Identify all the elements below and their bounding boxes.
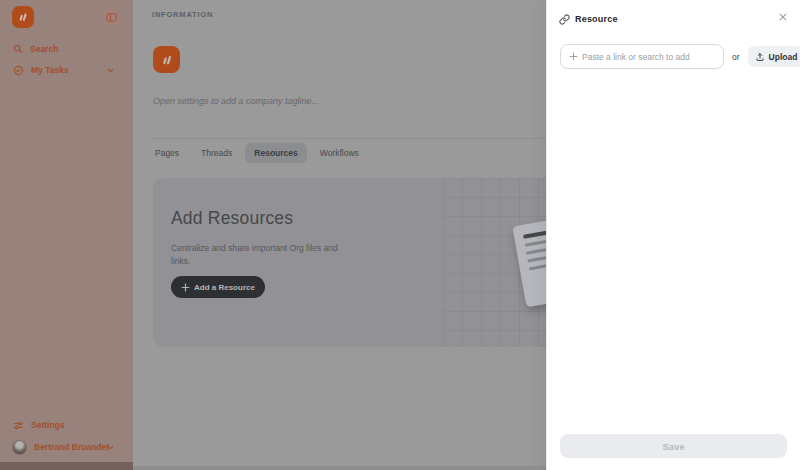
- user-avatar: [12, 440, 27, 455]
- user-menu-chevron[interactable]: [106, 443, 115, 452]
- sidebar-bottom-shadow: [0, 462, 133, 470]
- sidebar-item-search[interactable]: Search: [13, 42, 58, 56]
- plus-icon: [181, 283, 190, 292]
- settings-label: Settings: [31, 420, 65, 430]
- link-icon: [559, 14, 570, 25]
- upload-button[interactable]: Upload: [748, 46, 800, 67]
- add-resource-button-label: Add a Resource: [194, 283, 255, 292]
- tab-bar: Pages Threads Resources Workflows: [146, 143, 368, 163]
- my-tasks-chevron[interactable]: [106, 66, 115, 75]
- sidebar: Search My Tasks Settings: [0, 0, 133, 470]
- chevron-down-icon: [106, 66, 115, 75]
- add-resource-button[interactable]: Add a Resource: [171, 276, 265, 298]
- sidebar-item-settings[interactable]: Settings: [13, 418, 65, 432]
- search-label: Search: [30, 44, 58, 54]
- drawer-title: Resource: [575, 14, 618, 24]
- section-label: INFORMATION: [152, 10, 213, 19]
- card-description: Centralize and share important Org files…: [171, 242, 338, 268]
- company-tagline-placeholder[interactable]: Open settings to add a company tagline..…: [153, 96, 319, 106]
- drawer-header: Resource: [559, 11, 788, 27]
- link-input-row: or Upload: [560, 44, 787, 69]
- check-circle-icon: [13, 65, 24, 76]
- tab-resources[interactable]: Resources: [245, 143, 306, 163]
- save-button[interactable]: Save: [560, 434, 787, 458]
- resource-link-input[interactable]: [582, 52, 715, 62]
- or-label: or: [732, 52, 740, 62]
- card-title: Add Resources: [171, 208, 293, 229]
- upload-button-label: Upload: [769, 52, 798, 62]
- brand-logo-icon: [159, 52, 175, 68]
- tab-workflows[interactable]: Workflows: [311, 143, 368, 163]
- link-input-container[interactable]: [560, 44, 724, 69]
- sidebar-item-my-tasks[interactable]: My Tasks: [13, 63, 69, 77]
- search-icon: [13, 44, 23, 54]
- user-menu[interactable]: Bertrand Bruandet: [12, 440, 109, 454]
- app-logo[interactable]: [12, 6, 34, 28]
- sliders-icon: [13, 420, 24, 431]
- tab-threads[interactable]: Threads: [192, 143, 241, 163]
- tab-pages[interactable]: Pages: [146, 143, 188, 163]
- user-name: Bertrand Bruandet: [34, 442, 109, 452]
- chevron-down-icon: [106, 443, 115, 452]
- org-logo[interactable]: [153, 46, 180, 73]
- upload-icon: [755, 52, 765, 62]
- close-icon[interactable]: [778, 12, 788, 22]
- sidebar-toggle-icon: [106, 12, 117, 23]
- resource-drawer: Resource or: [546, 0, 800, 470]
- brand-logo-icon: [16, 10, 30, 24]
- sidebar-collapse-button[interactable]: [103, 9, 120, 26]
- my-tasks-label: My Tasks: [31, 65, 69, 75]
- app-window: Search My Tasks Settings: [0, 0, 800, 470]
- plus-icon: [569, 52, 578, 61]
